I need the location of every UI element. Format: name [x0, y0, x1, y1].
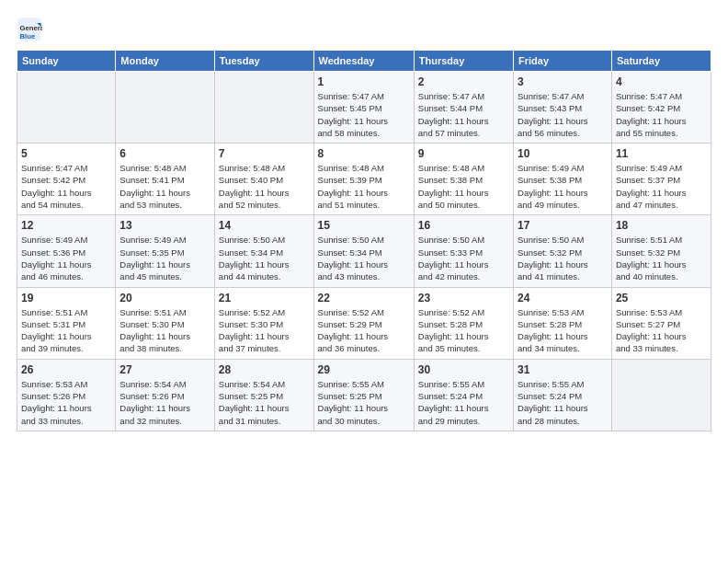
- day-info: Sunrise: 5:47 AM Sunset: 5:44 PM Dayligh…: [418, 90, 509, 139]
- day-number: 15: [318, 219, 410, 232]
- day-info: Sunrise: 5:54 AM Sunset: 5:26 PM Dayligh…: [119, 378, 210, 427]
- day-cell: 13Sunrise: 5:49 AM Sunset: 5:35 PM Dayli…: [116, 215, 215, 287]
- calendar-table: SundayMondayTuesdayWednesdayThursdayFrid…: [17, 50, 711, 431]
- day-info: Sunrise: 5:55 AM Sunset: 5:24 PM Dayligh…: [518, 378, 608, 427]
- day-info: Sunrise: 5:50 AM Sunset: 5:34 PM Dayligh…: [219, 234, 310, 282]
- day-cell: 14Sunrise: 5:50 AM Sunset: 5:34 PM Dayli…: [214, 215, 313, 287]
- day-info: Sunrise: 5:52 AM Sunset: 5:28 PM Dayligh…: [418, 306, 509, 355]
- day-info: Sunrise: 5:48 AM Sunset: 5:39 PM Dayligh…: [318, 162, 410, 211]
- day-info: Sunrise: 5:49 AM Sunset: 5:37 PM Dayligh…: [616, 162, 707, 211]
- week-row-1: 5Sunrise: 5:47 AM Sunset: 5:42 PM Daylig…: [17, 144, 711, 215]
- day-cell: 24Sunrise: 5:53 AM Sunset: 5:28 PM Dayli…: [514, 287, 612, 359]
- day-cell: 23Sunrise: 5:52 AM Sunset: 5:28 PM Dayli…: [414, 287, 513, 359]
- week-row-3: 19Sunrise: 5:51 AM Sunset: 5:31 PM Dayli…: [17, 287, 711, 359]
- logo-icon: General Blue: [17, 17, 42, 42]
- day-cell: [116, 72, 215, 144]
- day-cell: 8Sunrise: 5:48 AM Sunset: 5:39 PM Daylig…: [313, 144, 414, 215]
- day-number: 25: [616, 292, 707, 304]
- day-cell: 11Sunrise: 5:49 AM Sunset: 5:37 PM Dayli…: [611, 144, 711, 215]
- day-number: 14: [219, 219, 310, 232]
- day-number: 30: [418, 363, 509, 376]
- day-cell: 1Sunrise: 5:47 AM Sunset: 5:45 PM Daylig…: [313, 72, 414, 144]
- day-info: Sunrise: 5:53 AM Sunset: 5:28 PM Dayligh…: [518, 306, 608, 355]
- day-cell: 31Sunrise: 5:55 AM Sunset: 5:24 PM Dayli…: [514, 359, 612, 431]
- day-cell: 27Sunrise: 5:54 AM Sunset: 5:26 PM Dayli…: [116, 359, 215, 431]
- day-number: 16: [418, 219, 509, 232]
- calendar-header-row: SundayMondayTuesdayWednesdayThursdayFrid…: [17, 51, 711, 72]
- day-number: 27: [119, 363, 210, 376]
- day-number: 6: [119, 147, 210, 160]
- day-number: 17: [518, 219, 608, 232]
- day-number: 5: [21, 147, 111, 160]
- day-info: Sunrise: 5:55 AM Sunset: 5:25 PM Dayligh…: [318, 378, 410, 427]
- day-number: 1: [318, 75, 410, 88]
- day-cell: 29Sunrise: 5:55 AM Sunset: 5:25 PM Dayli…: [313, 359, 414, 431]
- day-cell: [611, 359, 711, 431]
- page: General Blue SundayMondayTuesdayWednesda…: [0, 0, 728, 563]
- day-number: 29: [318, 363, 410, 376]
- day-info: Sunrise: 5:51 AM Sunset: 5:31 PM Dayligh…: [21, 306, 111, 355]
- day-info: Sunrise: 5:52 AM Sunset: 5:30 PM Dayligh…: [219, 306, 310, 355]
- day-cell: 3Sunrise: 5:47 AM Sunset: 5:43 PM Daylig…: [514, 72, 612, 144]
- day-info: Sunrise: 5:52 AM Sunset: 5:29 PM Dayligh…: [318, 306, 410, 355]
- day-info: Sunrise: 5:50 AM Sunset: 5:34 PM Dayligh…: [318, 234, 410, 282]
- day-info: Sunrise: 5:49 AM Sunset: 5:35 PM Dayligh…: [119, 234, 210, 282]
- day-cell: 15Sunrise: 5:50 AM Sunset: 5:34 PM Dayli…: [313, 215, 414, 287]
- day-info: Sunrise: 5:47 AM Sunset: 5:42 PM Dayligh…: [616, 90, 707, 139]
- day-info: Sunrise: 5:47 AM Sunset: 5:45 PM Dayligh…: [318, 90, 410, 139]
- day-info: Sunrise: 5:51 AM Sunset: 5:30 PM Dayligh…: [119, 306, 210, 355]
- day-info: Sunrise: 5:55 AM Sunset: 5:24 PM Dayligh…: [418, 378, 509, 427]
- day-number: 13: [119, 219, 210, 232]
- day-cell: 20Sunrise: 5:51 AM Sunset: 5:30 PM Dayli…: [116, 287, 215, 359]
- col-header-friday: Friday: [514, 51, 612, 72]
- day-cell: [17, 72, 116, 144]
- col-header-monday: Monday: [116, 51, 215, 72]
- day-cell: 10Sunrise: 5:49 AM Sunset: 5:38 PM Dayli…: [514, 144, 612, 215]
- day-cell: 17Sunrise: 5:50 AM Sunset: 5:32 PM Dayli…: [514, 215, 612, 287]
- day-number: 28: [219, 363, 310, 376]
- day-info: Sunrise: 5:53 AM Sunset: 5:27 PM Dayligh…: [616, 306, 707, 355]
- day-info: Sunrise: 5:54 AM Sunset: 5:25 PM Dayligh…: [219, 378, 310, 427]
- day-number: 26: [21, 363, 111, 376]
- day-number: 7: [219, 147, 310, 160]
- day-number: 11: [616, 147, 707, 160]
- day-cell: 16Sunrise: 5:50 AM Sunset: 5:33 PM Dayli…: [414, 215, 513, 287]
- day-cell: 30Sunrise: 5:55 AM Sunset: 5:24 PM Dayli…: [414, 359, 513, 431]
- svg-text:General: General: [20, 24, 43, 32]
- day-info: Sunrise: 5:48 AM Sunset: 5:38 PM Dayligh…: [418, 162, 509, 211]
- day-cell: 28Sunrise: 5:54 AM Sunset: 5:25 PM Dayli…: [214, 359, 313, 431]
- col-header-saturday: Saturday: [611, 51, 711, 72]
- header: General Blue: [17, 17, 711, 42]
- day-number: 31: [518, 363, 608, 376]
- week-row-2: 12Sunrise: 5:49 AM Sunset: 5:36 PM Dayli…: [17, 215, 711, 287]
- day-info: Sunrise: 5:49 AM Sunset: 5:38 PM Dayligh…: [518, 162, 608, 211]
- day-info: Sunrise: 5:53 AM Sunset: 5:26 PM Dayligh…: [21, 378, 111, 427]
- day-cell: 6Sunrise: 5:48 AM Sunset: 5:41 PM Daylig…: [116, 144, 215, 215]
- day-number: 9: [418, 147, 509, 160]
- col-header-tuesday: Tuesday: [214, 51, 313, 72]
- day-number: 19: [21, 292, 111, 304]
- day-number: 23: [418, 292, 509, 304]
- day-number: 21: [219, 292, 310, 304]
- day-number: 20: [119, 292, 210, 304]
- day-number: 10: [518, 147, 608, 160]
- day-cell: 21Sunrise: 5:52 AM Sunset: 5:30 PM Dayli…: [214, 287, 313, 359]
- week-row-4: 26Sunrise: 5:53 AM Sunset: 5:26 PM Dayli…: [17, 359, 711, 431]
- day-number: 4: [616, 75, 707, 88]
- day-number: 18: [616, 219, 707, 232]
- col-header-sunday: Sunday: [17, 51, 116, 72]
- col-header-wednesday: Wednesday: [313, 51, 414, 72]
- day-info: Sunrise: 5:50 AM Sunset: 5:32 PM Dayligh…: [518, 234, 608, 282]
- day-cell: 9Sunrise: 5:48 AM Sunset: 5:38 PM Daylig…: [414, 144, 513, 215]
- day-number: 22: [318, 292, 410, 304]
- day-number: 12: [21, 219, 111, 232]
- day-info: Sunrise: 5:50 AM Sunset: 5:33 PM Dayligh…: [418, 234, 509, 282]
- day-cell: 25Sunrise: 5:53 AM Sunset: 5:27 PM Dayli…: [611, 287, 711, 359]
- day-cell: [214, 72, 313, 144]
- day-number: 8: [318, 147, 410, 160]
- day-info: Sunrise: 5:48 AM Sunset: 5:40 PM Dayligh…: [219, 162, 310, 211]
- day-cell: 22Sunrise: 5:52 AM Sunset: 5:29 PM Dayli…: [313, 287, 414, 359]
- day-cell: 19Sunrise: 5:51 AM Sunset: 5:31 PM Dayli…: [17, 287, 116, 359]
- svg-text:Blue: Blue: [20, 32, 36, 40]
- day-cell: 26Sunrise: 5:53 AM Sunset: 5:26 PM Dayli…: [17, 359, 116, 431]
